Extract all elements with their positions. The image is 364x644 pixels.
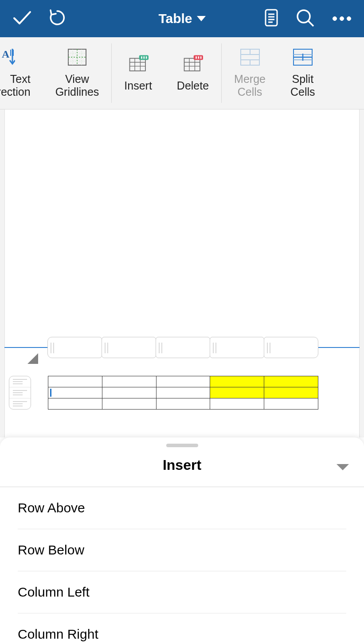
insert-label: Insert xyxy=(124,79,152,92)
table-cell[interactable] xyxy=(210,387,264,398)
sheet-header: Insert xyxy=(0,447,364,487)
table-row[interactable] xyxy=(48,398,318,410)
svg-point-9 xyxy=(347,17,351,21)
svg-rect-36 xyxy=(196,56,197,59)
search-icon[interactable] xyxy=(296,8,314,29)
svg-rect-21 xyxy=(129,58,145,70)
split-cells-label-1: Split xyxy=(290,73,315,86)
merge-cells-icon xyxy=(240,48,260,66)
collapse-chevron-icon[interactable] xyxy=(337,464,349,470)
sheet-title: Insert xyxy=(163,457,201,473)
column-handle[interactable] xyxy=(102,337,156,358)
reading-view-icon[interactable] xyxy=(265,9,278,28)
table-row[interactable] xyxy=(48,376,318,387)
view-gridlines-icon xyxy=(67,48,87,66)
merge-cells-button: Merge Cells xyxy=(222,37,278,109)
table-cell[interactable] xyxy=(264,387,318,398)
insert-table-icon xyxy=(128,55,149,73)
view-gridlines-label-2: Gridlines xyxy=(55,86,99,98)
ribbon: A Text Direction View Gridlines Insert D… xyxy=(0,37,364,109)
merge-cells-label-2: Cells xyxy=(234,86,266,98)
column-handles[interactable] xyxy=(48,337,318,358)
row-handle[interactable] xyxy=(9,398,31,409)
sheet-option[interactable]: Column Right xyxy=(18,613,346,644)
row-handles[interactable] xyxy=(9,376,31,410)
svg-rect-0 xyxy=(266,10,277,26)
view-gridlines-label-1: View xyxy=(55,73,99,86)
table-cell[interactable] xyxy=(156,376,210,387)
text-direction-button[interactable]: A Text Direction xyxy=(0,37,43,109)
more-icon[interactable] xyxy=(332,15,352,23)
titlebar: Table xyxy=(0,0,364,37)
svg-line-6 xyxy=(308,21,313,26)
sheet-option[interactable]: Row Below xyxy=(18,529,346,571)
insert-sheet: Insert Row AboveRow BelowColumn LeftColu… xyxy=(0,437,364,644)
svg-rect-38 xyxy=(200,56,202,59)
text-cursor xyxy=(50,389,51,397)
svg-rect-27 xyxy=(141,56,142,59)
table-cell[interactable] xyxy=(48,387,102,398)
svg-point-8 xyxy=(340,17,344,21)
undo-icon[interactable] xyxy=(48,8,67,29)
split-cells-icon xyxy=(293,48,313,66)
text-direction-label-2: Direction xyxy=(0,86,31,98)
sheet-option[interactable]: Column Left xyxy=(18,571,346,613)
text-direction-label-1: Text xyxy=(0,73,31,86)
table-cell[interactable] xyxy=(102,387,156,398)
table-cell[interactable] xyxy=(210,376,264,387)
column-handle[interactable] xyxy=(47,337,102,358)
done-check-icon[interactable] xyxy=(12,10,32,27)
row-handle[interactable] xyxy=(9,376,31,387)
table-cell[interactable] xyxy=(48,376,102,387)
sheet-grabber[interactable] xyxy=(166,444,198,447)
split-cells-label-2: Cells xyxy=(290,86,315,98)
table-cell[interactable] xyxy=(264,398,318,410)
svg-rect-37 xyxy=(198,56,199,59)
sheet-option[interactable]: Row Above xyxy=(18,487,346,529)
insert-button[interactable]: Insert xyxy=(112,37,164,109)
table-cell[interactable] xyxy=(156,398,210,410)
ribbon-tab-label: Table xyxy=(158,11,192,26)
table-cell[interactable] xyxy=(264,376,318,387)
svg-rect-28 xyxy=(143,56,145,59)
split-cells-button[interactable]: Split Cells xyxy=(278,37,328,109)
column-handle[interactable] xyxy=(156,337,210,358)
delete-table-icon xyxy=(183,55,203,73)
column-handle[interactable] xyxy=(210,337,264,358)
row-handle[interactable] xyxy=(9,387,31,398)
table-cell[interactable] xyxy=(102,398,156,410)
document-table[interactable] xyxy=(48,376,318,410)
svg-point-5 xyxy=(297,10,310,23)
table-cell[interactable] xyxy=(48,398,102,410)
sheet-option-list: Row AboveRow BelowColumn LeftColumn Righ… xyxy=(0,487,364,644)
column-handle[interactable] xyxy=(264,337,318,358)
svg-point-7 xyxy=(333,17,337,21)
svg-rect-29 xyxy=(145,56,147,59)
table-cell[interactable] xyxy=(102,376,156,387)
table-select-all-handle[interactable] xyxy=(27,353,38,364)
chevron-down-icon xyxy=(197,16,206,21)
view-gridlines-button[interactable]: View Gridlines xyxy=(43,37,112,109)
svg-text:A: A xyxy=(2,48,10,60)
svg-rect-30 xyxy=(184,58,200,70)
delete-button[interactable]: Delete xyxy=(164,37,221,109)
text-direction-icon: A xyxy=(0,48,19,66)
merge-cells-label-1: Merge xyxy=(234,73,266,86)
delete-label: Delete xyxy=(177,79,209,92)
table-cell[interactable] xyxy=(210,398,264,410)
table-cell[interactable] xyxy=(156,387,210,398)
table-row[interactable] xyxy=(48,387,318,398)
